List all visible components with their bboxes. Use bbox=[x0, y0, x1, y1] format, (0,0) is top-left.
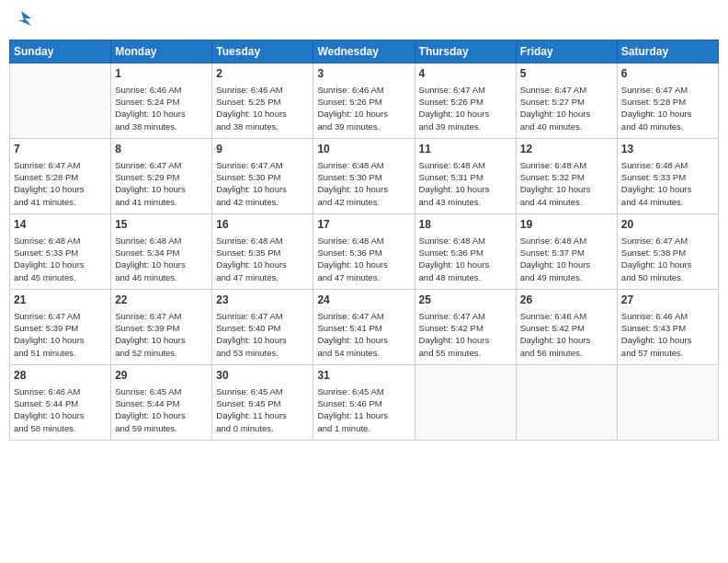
calendar-cell: 12Sunrise: 6:48 AM Sunset: 5:32 PM Dayli… bbox=[516, 139, 617, 214]
calendar-cell bbox=[10, 63, 111, 139]
day-header-thursday: Thursday bbox=[415, 40, 516, 63]
calendar-cell: 14Sunrise: 6:48 AM Sunset: 5:33 PM Dayli… bbox=[10, 214, 111, 290]
calendar-cell: 1Sunrise: 6:46 AM Sunset: 5:24 PM Daylig… bbox=[111, 63, 212, 139]
calendar-cell: 7Sunrise: 6:47 AM Sunset: 5:28 PM Daylig… bbox=[10, 139, 111, 214]
day-number: 15 bbox=[115, 217, 208, 233]
calendar-cell: 26Sunrise: 6:46 AM Sunset: 5:42 PM Dayli… bbox=[516, 290, 617, 365]
day-number: 3 bbox=[317, 66, 410, 82]
day-info: Sunrise: 6:47 AM Sunset: 5:28 PM Dayligh… bbox=[621, 84, 714, 132]
day-info: Sunrise: 6:48 AM Sunset: 5:31 PM Dayligh… bbox=[419, 159, 512, 208]
day-header-tuesday: Tuesday bbox=[212, 40, 313, 63]
day-number: 24 bbox=[317, 293, 410, 308]
day-number: 4 bbox=[419, 66, 512, 82]
day-info: Sunrise: 6:48 AM Sunset: 5:37 PM Dayligh… bbox=[520, 235, 613, 283]
day-info: Sunrise: 6:47 AM Sunset: 5:29 PM Dayligh… bbox=[115, 159, 208, 208]
day-info: Sunrise: 6:45 AM Sunset: 5:45 PM Dayligh… bbox=[216, 385, 309, 434]
calendar-week-row: 28Sunrise: 6:46 AM Sunset: 5:44 PM Dayli… bbox=[10, 365, 719, 441]
day-number: 12 bbox=[520, 142, 613, 157]
day-info: Sunrise: 6:48 AM Sunset: 5:36 PM Dayligh… bbox=[419, 235, 512, 283]
day-info: Sunrise: 6:48 AM Sunset: 5:33 PM Dayligh… bbox=[14, 235, 107, 283]
day-number: 23 bbox=[216, 293, 309, 308]
calendar-week-row: 7Sunrise: 6:47 AM Sunset: 5:28 PM Daylig… bbox=[10, 139, 719, 214]
calendar-cell: 21Sunrise: 6:47 AM Sunset: 5:39 PM Dayli… bbox=[10, 290, 111, 365]
svg-marker-0 bbox=[18, 11, 31, 26]
calendar-cell: 27Sunrise: 6:46 AM Sunset: 5:43 PM Dayli… bbox=[617, 290, 718, 365]
calendar-cell bbox=[415, 365, 516, 441]
day-number: 13 bbox=[621, 142, 714, 157]
calendar-cell: 4Sunrise: 6:47 AM Sunset: 5:26 PM Daylig… bbox=[415, 63, 516, 139]
calendar-cell: 16Sunrise: 6:48 AM Sunset: 5:35 PM Dayli… bbox=[212, 214, 313, 290]
calendar-header-row: SundayMondayTuesdayWednesdayThursdayFrid… bbox=[10, 40, 719, 63]
day-number: 6 bbox=[621, 66, 714, 82]
day-number: 25 bbox=[419, 293, 512, 308]
day-info: Sunrise: 6:48 AM Sunset: 5:30 PM Dayligh… bbox=[317, 159, 410, 208]
day-info: Sunrise: 6:47 AM Sunset: 5:26 PM Dayligh… bbox=[419, 84, 512, 132]
calendar-cell: 13Sunrise: 6:48 AM Sunset: 5:33 PM Dayli… bbox=[617, 139, 718, 214]
day-info: Sunrise: 6:48 AM Sunset: 5:36 PM Dayligh… bbox=[317, 235, 410, 283]
day-number: 18 bbox=[419, 217, 512, 233]
day-number: 29 bbox=[115, 368, 208, 384]
day-info: Sunrise: 6:47 AM Sunset: 5:41 PM Dayligh… bbox=[317, 310, 410, 359]
day-info: Sunrise: 6:47 AM Sunset: 5:28 PM Dayligh… bbox=[14, 159, 107, 208]
calendar-cell: 20Sunrise: 6:47 AM Sunset: 5:38 PM Dayli… bbox=[617, 214, 718, 290]
calendar-cell: 3Sunrise: 6:46 AM Sunset: 5:26 PM Daylig… bbox=[313, 63, 415, 139]
day-info: Sunrise: 6:45 AM Sunset: 5:44 PM Dayligh… bbox=[115, 385, 208, 434]
header bbox=[9, 9, 719, 34]
day-header-saturday: Saturday bbox=[617, 40, 718, 63]
day-info: Sunrise: 6:46 AM Sunset: 5:24 PM Dayligh… bbox=[115, 84, 208, 132]
day-info: Sunrise: 6:47 AM Sunset: 5:38 PM Dayligh… bbox=[621, 235, 714, 283]
day-number: 19 bbox=[520, 217, 613, 233]
day-header-monday: Monday bbox=[111, 40, 212, 63]
day-number: 20 bbox=[621, 217, 714, 233]
calendar-cell bbox=[617, 365, 718, 441]
day-number: 2 bbox=[216, 66, 309, 82]
calendar-cell: 10Sunrise: 6:48 AM Sunset: 5:30 PM Dayli… bbox=[313, 139, 415, 214]
day-number: 1 bbox=[115, 66, 208, 82]
day-number: 8 bbox=[115, 142, 208, 157]
calendar-cell: 19Sunrise: 6:48 AM Sunset: 5:37 PM Dayli… bbox=[516, 214, 617, 290]
day-number: 10 bbox=[317, 142, 410, 157]
day-header-friday: Friday bbox=[516, 40, 617, 63]
day-number: 28 bbox=[14, 368, 107, 384]
day-number: 21 bbox=[14, 293, 107, 308]
day-info: Sunrise: 6:45 AM Sunset: 5:46 PM Dayligh… bbox=[317, 385, 410, 434]
day-info: Sunrise: 6:48 AM Sunset: 5:35 PM Dayligh… bbox=[216, 235, 309, 283]
day-info: Sunrise: 6:48 AM Sunset: 5:32 PM Dayligh… bbox=[520, 159, 613, 208]
day-header-wednesday: Wednesday bbox=[313, 40, 415, 63]
calendar-cell bbox=[516, 365, 617, 441]
calendar-cell: 28Sunrise: 6:46 AM Sunset: 5:44 PM Dayli… bbox=[10, 365, 111, 441]
day-info: Sunrise: 6:47 AM Sunset: 5:30 PM Dayligh… bbox=[216, 159, 309, 208]
calendar-cell: 9Sunrise: 6:47 AM Sunset: 5:30 PM Daylig… bbox=[212, 139, 313, 214]
day-info: Sunrise: 6:47 AM Sunset: 5:40 PM Dayligh… bbox=[216, 310, 309, 359]
day-number: 27 bbox=[621, 293, 714, 308]
day-number: 9 bbox=[216, 142, 309, 157]
calendar-cell: 5Sunrise: 6:47 AM Sunset: 5:27 PM Daylig… bbox=[516, 63, 617, 139]
page: SundayMondayTuesdayWednesdayThursdayFrid… bbox=[0, 0, 728, 563]
day-info: Sunrise: 6:48 AM Sunset: 5:33 PM Dayligh… bbox=[621, 159, 714, 208]
day-info: Sunrise: 6:48 AM Sunset: 5:34 PM Dayligh… bbox=[115, 235, 208, 283]
calendar-cell: 17Sunrise: 6:48 AM Sunset: 5:36 PM Dayli… bbox=[313, 214, 415, 290]
calendar-week-row: 21Sunrise: 6:47 AM Sunset: 5:39 PM Dayli… bbox=[10, 290, 719, 365]
calendar-cell: 31Sunrise: 6:45 AM Sunset: 5:46 PM Dayli… bbox=[313, 365, 415, 441]
day-info: Sunrise: 6:47 AM Sunset: 5:42 PM Dayligh… bbox=[419, 310, 512, 359]
calendar-cell: 8Sunrise: 6:47 AM Sunset: 5:29 PM Daylig… bbox=[111, 139, 212, 214]
day-info: Sunrise: 6:46 AM Sunset: 5:43 PM Dayligh… bbox=[621, 310, 714, 359]
day-number: 26 bbox=[520, 293, 613, 308]
calendar-cell: 25Sunrise: 6:47 AM Sunset: 5:42 PM Dayli… bbox=[415, 290, 516, 365]
day-info: Sunrise: 6:47 AM Sunset: 5:39 PM Dayligh… bbox=[115, 310, 208, 359]
calendar-cell: 30Sunrise: 6:45 AM Sunset: 5:45 PM Dayli… bbox=[212, 365, 313, 441]
calendar-cell: 23Sunrise: 6:47 AM Sunset: 5:40 PM Dayli… bbox=[212, 290, 313, 365]
day-info: Sunrise: 6:46 AM Sunset: 5:42 PM Dayligh… bbox=[520, 310, 613, 359]
day-number: 31 bbox=[317, 368, 410, 384]
calendar-cell: 11Sunrise: 6:48 AM Sunset: 5:31 PM Dayli… bbox=[415, 139, 516, 214]
day-number: 16 bbox=[216, 217, 309, 233]
day-number: 30 bbox=[216, 368, 309, 384]
day-info: Sunrise: 6:46 AM Sunset: 5:44 PM Dayligh… bbox=[14, 385, 107, 434]
day-number: 7 bbox=[14, 142, 107, 157]
logo bbox=[9, 9, 31, 34]
calendar-cell: 29Sunrise: 6:45 AM Sunset: 5:44 PM Dayli… bbox=[111, 365, 212, 441]
day-number: 11 bbox=[419, 142, 512, 157]
calendar-cell: 24Sunrise: 6:47 AM Sunset: 5:41 PM Dayli… bbox=[313, 290, 415, 365]
day-info: Sunrise: 6:47 AM Sunset: 5:27 PM Dayligh… bbox=[520, 84, 613, 132]
day-number: 17 bbox=[317, 217, 410, 233]
